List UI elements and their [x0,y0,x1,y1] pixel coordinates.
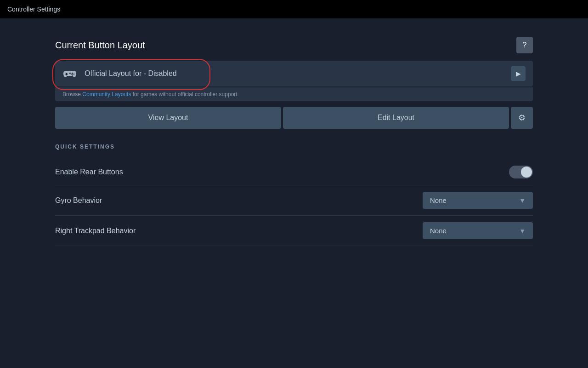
svg-point-3 [74,74,74,75]
layout-name: Official Layout for - Disabled [85,69,511,78]
controller-icon [62,68,77,79]
enable-rear-buttons-row: Enable Rear Buttons [55,159,533,185]
section-title: Current Button Layout [55,40,145,51]
svg-rect-6 [69,73,71,74]
view-layout-button[interactable]: View Layout [55,107,281,129]
layout-selector-wrapper: Official Layout for - Disabled ▶ [55,61,533,86]
gyro-behavior-label: Gyro Behavior [55,196,102,205]
app-title: Controller Settings [7,6,60,13]
main-content: Current Button Layout ? Official Layout … [0,18,588,264]
svg-rect-1 [65,74,68,75]
buttons-row: View Layout Edit Layout ⚙ [55,107,533,129]
title-bar: Controller Settings [0,0,588,18]
browse-text: Browse [62,91,81,98]
enable-rear-buttons-label: Enable Rear Buttons [55,168,123,176]
arrow-right-icon: ▶ [511,66,526,81]
svg-point-5 [71,74,72,75]
quick-settings-title: QUICK SETTINGS [55,144,533,150]
svg-point-4 [72,75,73,75]
gear-button[interactable]: ⚙ [511,107,533,129]
right-trackpad-behavior-label: Right Trackpad Behavior [55,227,136,235]
right-trackpad-behavior-row: Right Trackpad Behavior None ▼ [55,216,533,246]
right-trackpad-behavior-value: None [430,227,447,235]
layout-selector[interactable]: Official Layout for - Disabled ▶ [55,61,533,86]
trackpad-dropdown-arrow-icon: ▼ [519,227,526,235]
gyro-behavior-row: Gyro Behavior None ▼ [55,185,533,216]
quick-settings: QUICK SETTINGS Enable Rear Buttons Gyro … [55,144,533,246]
gyro-behavior-value: None [430,196,447,204]
edit-layout-button[interactable]: Edit Layout [283,107,509,129]
gear-icon: ⚙ [518,113,526,123]
svg-point-2 [72,73,73,74]
section-header: Current Button Layout ? [55,37,533,53]
gyro-dropdown-arrow-icon: ▼ [519,197,526,204]
browse-for-text: for games without official controller su… [133,91,237,98]
enable-rear-buttons-toggle[interactable] [509,166,533,178]
gyro-behavior-dropdown[interactable]: None ▼ [423,192,533,209]
help-button[interactable]: ? [516,37,533,53]
community-layouts-link[interactable]: Community Layouts [82,91,131,98]
browse-bar: Browse Community Layouts for games witho… [55,87,533,101]
right-trackpad-behavior-dropdown[interactable]: None ▼ [423,222,533,239]
toggle-knob [521,167,532,178]
